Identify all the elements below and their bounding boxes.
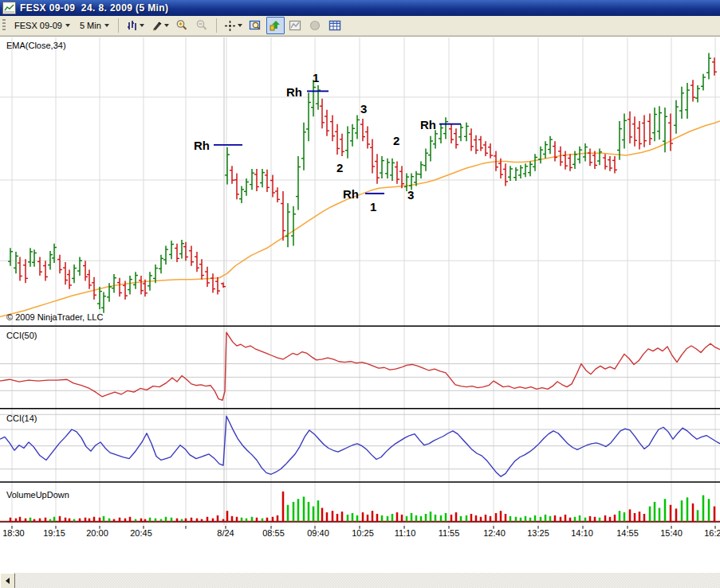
volume-bar	[664, 499, 667, 521]
volume-bar	[495, 513, 498, 521]
volume-bar	[332, 511, 334, 521]
volume-bar	[113, 519, 116, 522]
volume-bar	[560, 517, 562, 522]
volume-bar	[624, 512, 626, 521]
scroll-left-icon	[6, 578, 10, 584]
volume-bar	[144, 519, 147, 522]
volume-bar	[49, 519, 52, 522]
panel-label-cci50: CCI(50)	[6, 331, 37, 340]
drawing-tools-button[interactable]	[148, 17, 171, 34]
window-titlebar[interactable]: FESX 09-09 24. 8. 2009 (5 Min)	[0, 0, 720, 16]
crosshair-button[interactable]	[222, 17, 245, 34]
volume-bar	[241, 518, 243, 522]
volume-bar	[321, 508, 324, 521]
volume-bar	[515, 517, 517, 522]
volume-bar	[176, 519, 179, 522]
axis-label: 15:40	[660, 528, 683, 538]
volume-bar	[287, 505, 289, 522]
axis-label: 19:15	[43, 528, 65, 538]
chart-trader-icon	[269, 19, 281, 32]
volume-bar	[435, 515, 437, 521]
volume-bar	[406, 516, 408, 522]
volume-bar	[387, 516, 389, 522]
chart-trader-button[interactable]	[266, 17, 285, 34]
volume-bar	[391, 514, 394, 521]
volume-bar	[629, 509, 631, 521]
annotation-text: 3	[360, 103, 367, 115]
volume-bar	[654, 502, 656, 521]
volume-bar	[10, 518, 12, 522]
interval-label: 5 Min	[80, 21, 101, 30]
annotation-text: 2	[393, 135, 399, 147]
chart-area[interactable]: RhRh132Rh2Rh1318:3019:1520:0020:458/2408…	[0, 36, 720, 573]
instrument-selector[interactable]: FESX 09-09	[10, 19, 74, 32]
volume-bar	[108, 519, 111, 522]
volume-bar	[643, 514, 646, 521]
volume-bar	[15, 519, 18, 522]
axis-label: 14:55	[616, 528, 639, 538]
volume-bar	[372, 511, 374, 521]
volume-bar	[347, 515, 349, 521]
window-title: FESX 09-09 24. 8. 2009 (5 Min)	[20, 2, 168, 14]
chevron-down-icon	[140, 24, 144, 27]
volume-bar	[589, 516, 592, 522]
volume-bar	[303, 496, 305, 521]
chevron-down-icon	[65, 24, 70, 27]
chart-style-button[interactable]	[124, 17, 147, 34]
horizontal-scrollbar[interactable]	[0, 573, 720, 588]
volume-bar	[251, 517, 254, 522]
chart-toolbar: FESX 09-09 5 Min	[0, 16, 720, 36]
volume-bar	[165, 517, 167, 522]
axis-label: 13:25	[527, 528, 549, 538]
zoom-out-button[interactable]	[193, 17, 211, 34]
volume-bar	[89, 519, 91, 522]
volume-bar	[356, 515, 359, 521]
volume-bar	[440, 515, 443, 521]
axis-label: 8/24	[217, 528, 234, 538]
axis-label: 12:40	[483, 528, 506, 538]
volume-bar	[293, 502, 295, 521]
scroll-left-button[interactable]	[0, 573, 15, 588]
chart-canvas[interactable]: RhRh132Rh2Rh1318:3019:1520:0020:458/2408…	[0, 37, 720, 573]
data-box-button[interactable]	[246, 17, 265, 34]
chart-window-button[interactable]	[286, 17, 305, 34]
axis-label: 10:25	[352, 528, 374, 538]
axis-label: 08:55	[262, 528, 285, 538]
axis-label: 11:55	[439, 528, 460, 538]
volume-bar	[99, 518, 101, 522]
volume-bar	[687, 497, 689, 521]
volume-bar	[236, 517, 238, 522]
app-icon	[2, 2, 16, 14]
volume-bar	[155, 519, 157, 522]
annotation-text: Rh	[286, 86, 302, 98]
volume-bar	[124, 519, 127, 522]
zoom-out-icon	[195, 19, 208, 32]
toolbar-separator	[216, 18, 217, 33]
grid-button[interactable]	[326, 17, 344, 34]
interval-selector[interactable]: 5 Min	[76, 19, 113, 32]
volume-bar	[226, 511, 229, 521]
grid-icon	[329, 19, 341, 32]
volume-bar	[609, 517, 612, 522]
volume-bar	[313, 507, 315, 522]
volume-bar	[362, 512, 364, 521]
zoom-in-icon	[175, 19, 188, 32]
volume-bar	[266, 518, 269, 522]
disabled-globe-button[interactable]	[306, 17, 325, 34]
volume-bar	[352, 513, 354, 521]
copyright-label: © 2009 NinjaTrader, LLC	[6, 313, 104, 323]
volume-bar	[529, 518, 532, 522]
volume-bar	[277, 515, 279, 521]
zoom-in-button[interactable]	[173, 17, 191, 34]
annotation-text: 1	[313, 73, 319, 84]
volume-bar	[470, 514, 473, 521]
toolbar-grip[interactable]	[2, 19, 6, 32]
volume-bar	[185, 519, 187, 522]
volume-bar	[341, 512, 344, 521]
volume-bar	[376, 514, 379, 521]
volume-bar	[181, 519, 183, 522]
volume-bar	[574, 517, 576, 522]
toolbar-separator	[118, 18, 119, 33]
volume-bar	[565, 515, 567, 521]
volume-bar	[634, 513, 636, 521]
